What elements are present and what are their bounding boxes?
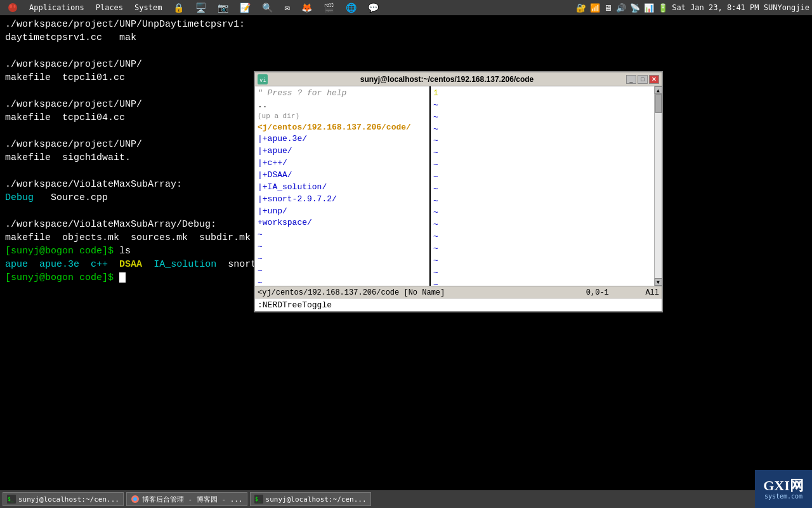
nerdtree-entry-6[interactable]: |+unp/: [258, 206, 426, 218]
vim-titlebar: vi sunyj@localhost:~/centos/192.168.137.…: [255, 72, 662, 86]
menu-applications[interactable]: Applications: [24, 2, 89, 13]
taskbar-terminal-icon-0: $_: [7, 495, 16, 504]
vim-title: sunyj@localhost:~/centos/192.168.137.206…: [268, 75, 626, 84]
nerdtree-entry-3[interactable]: |+DSAA/: [258, 170, 426, 182]
vim-tilde-1: ~: [433, 112, 652, 124]
svg-point-3: [11, 8, 14, 11]
vim-tilde-11: ~: [433, 231, 652, 243]
vim-window: vi sunyj@localhost:~/centos/192.168.137.…: [254, 71, 663, 312]
vim-tilde-12: ~: [433, 243, 652, 255]
svg-text:$_: $_: [255, 497, 261, 502]
menubar-left: Applications Places System 🔒 🖥️ 📷 📝 🔍 ✉️…: [3, 1, 384, 14]
svg-text:$_: $_: [8, 497, 14, 502]
vim-command-line[interactable]: :NERDTreeToggle: [255, 298, 662, 311]
nerdtree-entry-4[interactable]: |+IA_solution/: [258, 182, 426, 194]
nerdtree-tilde-3: ~: [258, 265, 426, 277]
taskbar-item-2[interactable]: $_ sunyj@localhost:~/cen...: [250, 492, 371, 506]
vim-maximize-button[interactable]: □: [638, 75, 648, 84]
nerdtree-tilde-2: ~: [258, 253, 426, 265]
term-line: ./workspace/project/UNP/UnpDaytimetcpsrv…: [5, 18, 807, 31]
nerdtree-help-line: " Press ? for help: [258, 88, 426, 100]
scroll-track[interactable]: [655, 94, 662, 278]
vim-status-position: 0,0-1 All: [586, 288, 659, 297]
nerdtree-tilde-1: ~: [258, 241, 426, 253]
vim-tilde-5: ~: [433, 159, 652, 171]
taskbar-item-1[interactable]: 博客后台管理 - 博客园 - ...: [126, 492, 247, 506]
tray-security-icon: 🔐: [576, 3, 586, 13]
vim-tilde-2: ~: [433, 124, 652, 136]
nerdtree-tilde-4: ~: [258, 277, 426, 286]
email-icon[interactable]: ✉️: [279, 1, 294, 14]
vim-tilde-10: ~: [433, 219, 652, 231]
debug-label: Debug: [5, 192, 34, 203]
gxi-brand-text: GXI网: [763, 479, 804, 493]
nerdtree-entry-2[interactable]: |+c++/: [258, 157, 426, 170]
vim-editor-pane[interactable]: 1 ~ ~ ~ ~ ~ ~ ~ ~ ~ ~ ~ ~ ~ ~ ~ ~ ~ ~ ~: [431, 86, 654, 286]
tray-bluetooth-icon: 📡: [630, 3, 640, 13]
scroll-down-button[interactable]: ▼: [655, 278, 662, 286]
svg-point-2: [14, 5, 16, 8]
menu-system[interactable]: System: [129, 2, 167, 13]
media-icon[interactable]: 🎬: [318, 1, 339, 14]
vim-nerdtree-pane: " Press ? for help .. (up a dir) <j/cent…: [255, 86, 429, 286]
vim-status-filename: <yj/centos/192.168.137.206/code [No Name…: [258, 288, 586, 297]
vim-scrollbar[interactable]: ▲ ▼: [654, 86, 662, 286]
taskbar-item-0[interactable]: $_ sunyj@localhost:~/cen...: [3, 492, 124, 506]
vim-titlebar-buttons: _ □ ✕: [626, 75, 659, 84]
tray-battery-icon: 🔋: [658, 3, 668, 13]
vim-tilde-3: ~: [433, 135, 652, 147]
tray-network-icon: 📶: [590, 3, 600, 13]
taskbar-label-1: 博客后台管理 - 博客园 - ...: [142, 495, 243, 504]
chat-icon[interactable]: 💬: [363, 1, 384, 14]
taskbar-firefox-icon: [131, 495, 140, 504]
search-icon[interactable]: 🔍: [257, 1, 278, 14]
gxi-sub-text: system.com: [764, 493, 802, 500]
nerdtree-entry-1[interactable]: |+apue/: [258, 145, 426, 157]
vim-tilde-8: ~: [433, 196, 652, 208]
vim-line-1: 1: [433, 88, 652, 100]
vim-tilde-13: ~: [433, 255, 652, 267]
vim-tilde-0: ~: [433, 100, 652, 112]
scroll-up-button[interactable]: ▲: [655, 86, 662, 94]
taskbar-label-0: sunyj@localhost:~/cen...: [18, 495, 119, 504]
nerdtree-entry-7[interactable]: +workspace/: [258, 217, 426, 229]
term-line: daytimetcpsrv1.cc mak: [5, 31, 807, 44]
text-editor-icon[interactable]: 📝: [235, 1, 256, 14]
vim-tilde-15: ~: [433, 279, 652, 286]
nerdtree-entry-0[interactable]: |+apue.3e/: [258, 133, 426, 145]
display-icon[interactable]: 🖥️: [190, 1, 211, 14]
svg-point-9: [133, 497, 137, 501]
menu-places[interactable]: Places: [91, 2, 128, 13]
gxi-logo: GXI网 system.com: [755, 470, 812, 508]
nerdtree-entry-5[interactable]: |+snort-2.9.7.2/: [258, 194, 426, 206]
network-icon[interactable]: 🌐: [341, 1, 362, 14]
term-line: ./workspace/project/UNP/: [5, 58, 807, 71]
nerdtree-updir-label: (up a dir): [258, 112, 426, 122]
vim-line-number: 1: [433, 88, 438, 98]
term-line: [5, 44, 807, 58]
vim-content-area: " Press ? for help .. (up a dir) <j/cent…: [255, 86, 654, 286]
menubar-right: 🔐 📶 🖥 🔊 📡 📊 🔋 Sat Jan 23, 8:41 PM SUNYon…: [576, 3, 809, 13]
vim-tilde-4: ~: [433, 147, 652, 159]
vim-close-button[interactable]: ✕: [649, 75, 659, 84]
taskbar-label-2: sunyj@localhost:~/cen...: [266, 495, 367, 504]
nerdtree-curdir: <j/centos/192.168.137.206/code/: [258, 122, 426, 134]
gnome-foot-icon[interactable]: [3, 1, 23, 14]
vim-minimize-button[interactable]: _: [626, 75, 636, 84]
taskbar: $_ sunyj@localhost:~/cen... 博客后台管理 - 博客园…: [0, 490, 812, 508]
svg-point-1: [10, 4, 12, 8]
taskbar-terminal-icon-1: $_: [254, 495, 263, 504]
scroll-thumb[interactable]: [655, 94, 662, 113]
vim-command-text: :NERDTreeToggle: [258, 300, 332, 310]
vim-tilde-7: ~: [433, 184, 652, 196]
tray-display-icon: 🖥: [604, 3, 612, 13]
clock-datetime: Sat Jan 23, 8:41 PM SUNYongjie: [672, 3, 809, 12]
tray-signal-icon: 📊: [644, 3, 654, 13]
nerdtree-updir: ..: [258, 100, 426, 112]
vim-window-icon: vi: [258, 74, 268, 84]
firefox-icon[interactable]: 🦊: [296, 1, 317, 14]
vim-tilde-6: ~: [433, 171, 652, 184]
lock-icon[interactable]: 🔒: [168, 1, 189, 14]
screenshot-icon[interactable]: 📷: [213, 1, 233, 14]
nerdtree-tilde-0: ~: [258, 229, 426, 241]
